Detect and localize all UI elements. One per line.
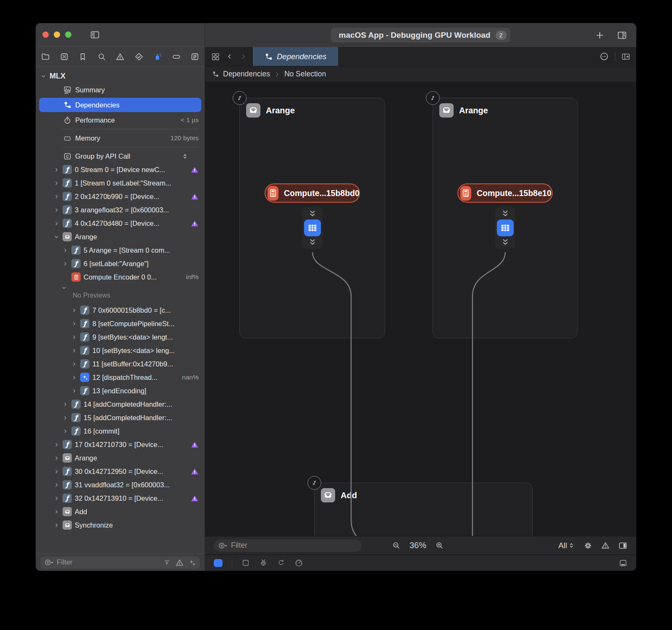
spray-icon[interactable] bbox=[153, 52, 162, 61]
dependency-graph-canvas[interactable]: ArangeCompute...15b8bd0 ArangeCompute...… bbox=[205, 82, 636, 536]
more-options-icon[interactable] bbox=[599, 52, 609, 61]
tree-row[interactable]: 12 [dispatchThread...nan% bbox=[36, 371, 205, 384]
tree-row[interactable]: ƒ4 0x14270d480 = [Device... bbox=[36, 217, 205, 230]
buffer-node[interactable] bbox=[302, 207, 323, 249]
sidebar-filter-field[interactable] bbox=[40, 557, 200, 569]
reload-icon[interactable] bbox=[277, 559, 285, 567]
tree-row[interactable]: ƒ10 [setBytes:<data> leng... bbox=[36, 344, 205, 357]
scope-selector[interactable]: All bbox=[558, 541, 575, 550]
tree-row[interactable]: ƒ9 [setBytes:<data> lengt... bbox=[36, 330, 205, 344]
tree-row[interactable]: ƒ14 [addCompletedHandler:... bbox=[36, 397, 205, 411]
group-by-updown-icon[interactable] bbox=[181, 153, 189, 160]
tree-row[interactable]: ƒ11 [setBuffer:0x14270b9... bbox=[36, 357, 205, 371]
chevron-right-icon[interactable] bbox=[62, 261, 68, 267]
tree-row[interactable]: ƒ17 0x142710730 = [Device... bbox=[36, 438, 205, 451]
canvas-filter-field[interactable] bbox=[214, 539, 362, 552]
tree-root[interactable]: MLX bbox=[36, 69, 205, 83]
sidebar-filter-input[interactable] bbox=[57, 558, 160, 567]
tree-row[interactable]: ƒ16 [commit] bbox=[36, 424, 205, 438]
breadcrumb-item[interactable]: No Selection bbox=[284, 70, 326, 78]
tree-row[interactable]: Synchronize bbox=[36, 518, 205, 532]
debug-area-toggle-icon[interactable] bbox=[619, 559, 627, 567]
chevron-right-icon[interactable] bbox=[71, 321, 77, 327]
tree-row[interactable]: ƒ0 Stream 0 = [Device newC... bbox=[36, 163, 205, 176]
compute-encoder-node[interactable]: Compute...15b8bd0 bbox=[265, 183, 360, 203]
chevron-down-icon[interactable] bbox=[40, 73, 47, 79]
tree-row[interactable]: Performance< 1 µs bbox=[36, 113, 205, 127]
chevron-right-icon[interactable] bbox=[53, 180, 60, 186]
chevron-right-icon[interactable] bbox=[53, 469, 60, 474]
chevron-right-icon[interactable] bbox=[62, 402, 68, 407]
sparkle-plus-icon[interactable] bbox=[188, 558, 196, 567]
warning-filter-icon[interactable] bbox=[175, 558, 184, 567]
tree-row[interactable]: ƒ32 0x142713910 = [Device... bbox=[36, 491, 205, 505]
chevron-right-icon[interactable] bbox=[53, 455, 60, 461]
chevron-down-icon[interactable] bbox=[53, 234, 60, 240]
back-button[interactable] bbox=[226, 53, 233, 60]
inspector-panel-toggle-icon[interactable] bbox=[618, 541, 627, 550]
gauge-icon[interactable] bbox=[294, 559, 303, 567]
compute-encoder-node[interactable]: Compute...15b8e10 bbox=[457, 183, 553, 203]
tab-dependencies[interactable]: Dependencies bbox=[253, 47, 338, 66]
report-list-icon[interactable] bbox=[190, 52, 200, 61]
previews-expander[interactable] bbox=[36, 284, 205, 291]
chevron-right-icon[interactable] bbox=[53, 496, 60, 501]
tree-row[interactable]: ƒ8 [setComputePipelineSt... bbox=[36, 317, 205, 330]
chevron-right-icon[interactable] bbox=[71, 308, 77, 313]
chevron-right-icon[interactable] bbox=[53, 207, 60, 213]
tree-row[interactable]: ƒ15 [addCompletedHandler:... bbox=[36, 411, 205, 424]
x-square-icon[interactable] bbox=[60, 52, 69, 61]
chevron-right-icon[interactable] bbox=[53, 509, 60, 515]
tree-row[interactable]: ƒ7 0x6000015b8bd0 = [c... bbox=[36, 303, 205, 317]
bug-icon[interactable] bbox=[259, 559, 268, 567]
chevron-right-icon[interactable] bbox=[62, 248, 68, 253]
chevron-right-icon[interactable] bbox=[71, 335, 77, 340]
tab-overview-icon[interactable] bbox=[211, 52, 220, 61]
tree-row[interactable]: Summary bbox=[36, 83, 205, 97]
flatten-icon[interactable] bbox=[163, 558, 171, 567]
tree-row[interactable]: Compute Encoder 0 0...inf% bbox=[36, 270, 205, 284]
test-diamond-icon[interactable] bbox=[134, 52, 144, 61]
right-panel-toggle-icon[interactable] bbox=[617, 30, 627, 40]
tree-row[interactable]: Dependencies bbox=[39, 98, 201, 112]
bookmark-icon[interactable] bbox=[78, 52, 87, 61]
tree-row[interactable]: ƒ30 0x142712950 = [Device... bbox=[36, 465, 205, 478]
tree-row[interactable]: ƒ13 [endEncoding] bbox=[36, 384, 205, 397]
issue-icon[interactable] bbox=[116, 52, 125, 61]
chevron-right-icon[interactable] bbox=[71, 348, 77, 353]
tree-row[interactable]: ƒ5 Arange = [Stream 0 com... bbox=[36, 243, 205, 257]
chevron-right-icon[interactable] bbox=[62, 429, 68, 434]
chevron-right-icon[interactable] bbox=[62, 415, 68, 421]
add-editor-icon[interactable] bbox=[621, 52, 630, 61]
tree-row[interactable]: ƒ31 vvaddfloat32 = [0x600003... bbox=[36, 478, 205, 491]
tree-row[interactable]: ƒ3 arangefloat32 = [0x600003... bbox=[36, 203, 205, 217]
chevron-right-icon[interactable] bbox=[53, 442, 60, 447]
close-button[interactable] bbox=[42, 31, 49, 38]
tree-row[interactable]: Add bbox=[36, 505, 205, 518]
tree-row[interactable]: ƒ2 0x14270b990 = [Device... bbox=[36, 190, 205, 203]
tree-row[interactable]: CGroup by API Call bbox=[36, 149, 205, 163]
chevron-right-icon[interactable] bbox=[71, 388, 77, 394]
fullscreen-button[interactable] bbox=[65, 31, 71, 38]
search-icon[interactable] bbox=[97, 52, 106, 61]
minimize-button[interactable] bbox=[54, 31, 60, 38]
tree-row[interactable]: Memory120 bytes bbox=[36, 131, 205, 145]
view-mode-active-button[interactable] bbox=[214, 559, 223, 567]
tree-row[interactable]: ƒ6 [setLabel:"Arange"] bbox=[36, 257, 205, 270]
breadcrumb-item[interactable]: Dependencies bbox=[223, 70, 270, 78]
settings-gear-icon[interactable] bbox=[583, 541, 593, 550]
forward-button[interactable] bbox=[240, 53, 247, 60]
tree-row[interactable]: Arange bbox=[36, 451, 205, 465]
square-view-icon[interactable] bbox=[242, 559, 250, 567]
buffer-node[interactable] bbox=[495, 207, 515, 249]
chevron-right-icon[interactable] bbox=[71, 361, 77, 367]
chevron-right-icon[interactable] bbox=[53, 221, 60, 226]
canvas-filter-input[interactable] bbox=[231, 541, 357, 550]
chevron-right-icon[interactable] bbox=[53, 167, 60, 173]
window-title-pill[interactable]: macOS App - Debugging GPU Workload 2 bbox=[331, 28, 510, 42]
zoom-out-button[interactable] bbox=[392, 541, 401, 550]
issues-warning-icon[interactable] bbox=[601, 541, 610, 550]
zoom-in-button[interactable] bbox=[435, 541, 444, 550]
chevron-right-icon[interactable] bbox=[53, 523, 60, 528]
tree-row[interactable]: Arange bbox=[36, 230, 205, 243]
